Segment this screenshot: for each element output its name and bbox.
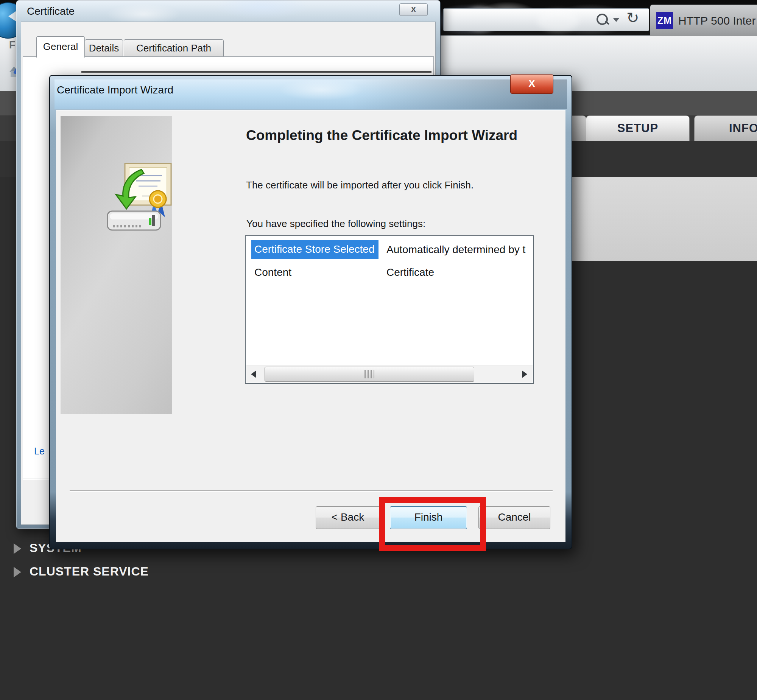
setting-row-selected-name[interactable]: Certificate Store Selected <box>251 240 378 259</box>
expand-arrow-icon[interactable] <box>14 567 21 577</box>
scroll-right-button[interactable] <box>516 366 533 383</box>
favorites-bar-letter: F <box>9 39 16 51</box>
page-tab-info[interactable]: INFO <box>694 116 757 141</box>
certificate-dialog-title: Certificate <box>27 5 75 17</box>
cancel-button[interactable]: Cancel <box>479 506 551 529</box>
scrollbar-grip <box>364 370 374 378</box>
certificate-dialog-titlebar[interactable] <box>16 0 440 22</box>
glass-reflection <box>538 10 579 32</box>
refresh-icon[interactable]: ↻ <box>626 9 639 27</box>
page-tab-setup[interactable]: SETUP <box>586 116 690 141</box>
button-separator <box>70 491 553 492</box>
wizard-title: Certificate Import Wizard <box>57 84 174 96</box>
back-button[interactable]: < Back <box>316 506 380 529</box>
wizard-close-button[interactable]: X <box>510 74 554 94</box>
search-icon[interactable] <box>596 14 608 25</box>
setting-row-selected-value: Automatically determined by t <box>386 244 526 256</box>
scrollbar-thumb[interactable] <box>264 367 474 382</box>
wizard-description: The certificate will be imported after y… <box>246 179 564 191</box>
setting-row-value: Certificate <box>386 266 434 278</box>
settings-label: You have specified the following setting… <box>246 218 565 230</box>
wizard-heading: Completing the Certificate Import Wizard <box>246 127 560 144</box>
wizard-sidebar-panel <box>61 116 172 414</box>
scroll-left-button[interactable] <box>246 366 263 383</box>
section-cluster-service[interactable]: CLUSTER SERVICE <box>30 564 149 578</box>
setting-row-name[interactable]: Content <box>254 266 291 278</box>
settings-listview[interactable]: Certificate Store Selected Automatically… <box>245 235 534 384</box>
search-dropdown-icon[interactable] <box>613 18 619 22</box>
certificate-import-wizard-window: Certificate Import Wizard X <box>49 75 572 549</box>
browser-tab-title: HTTP 500 Inter <box>678 14 756 27</box>
tab-general[interactable]: General <box>36 36 85 58</box>
tab-certification-path[interactable]: Certification Path <box>124 39 224 57</box>
tab-details[interactable]: Details <box>85 39 123 57</box>
red-annotation-box <box>379 497 486 551</box>
horizontal-scrollbar[interactable] <box>246 366 533 383</box>
certificate-dialog-close-button[interactable]: X <box>399 3 428 16</box>
certificate-import-icon <box>105 161 174 237</box>
zm-favicon: ZM <box>656 12 673 29</box>
wizard-content: Completing the Certificate Import Wizard… <box>56 110 566 542</box>
expand-arrow-icon[interactable] <box>14 543 21 554</box>
group-box-top-edge <box>81 71 432 73</box>
learn-more-link-fragment[interactable]: Le <box>34 446 45 457</box>
